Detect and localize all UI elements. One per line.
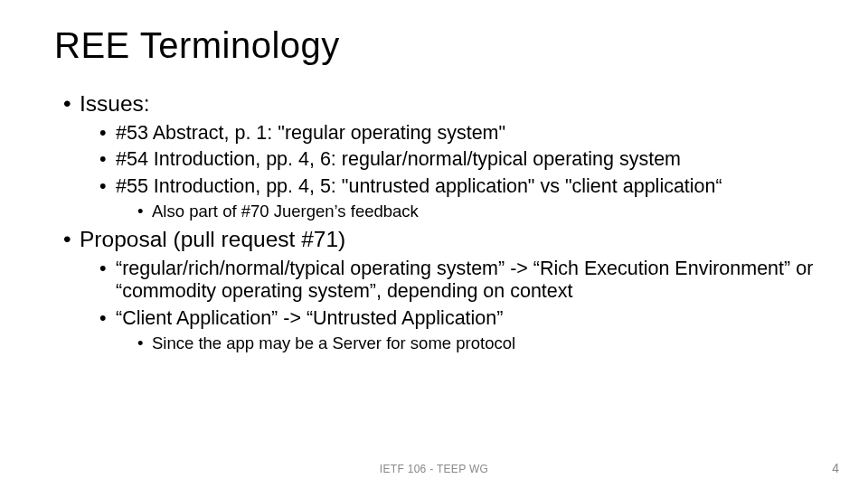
slide-number: 4 [832, 461, 839, 475]
bullet-issue-53: #53 Abstract, p. 1: "regular operating s… [116, 122, 814, 145]
bullet-proposal-1: “regular/rich/normal/typical operating s… [116, 258, 814, 304]
bullet-issues: Issues: [80, 91, 814, 117]
slide-title: REE Terminology [54, 25, 814, 66]
bullet-proposal-2-sub: Since the app may be a Server for some p… [152, 333, 814, 353]
bullet-issue-55: #55 Introduction, pp. 4, 5: "untrusted a… [116, 175, 814, 198]
bullet-proposal-2: “Client Application” -> “Untrusted Appli… [116, 307, 814, 330]
bullet-issue-55-sub: Also part of #70 Juergen’s feedback [152, 202, 814, 221]
footer-text: IETF 106 - TEEP WG [0, 463, 868, 475]
bullet-issue-54: #54 Introduction, pp. 4, 6: regular/norm… [116, 148, 814, 171]
bullet-proposal: Proposal (pull request #71) [80, 227, 814, 252]
